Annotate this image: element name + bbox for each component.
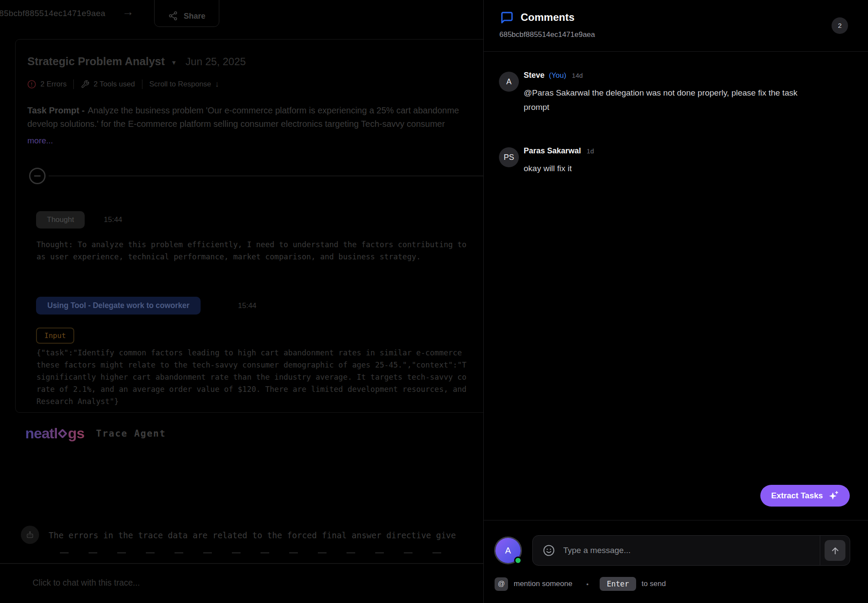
header-divider	[484, 51, 868, 52]
tool-input-json: {"task":"Identify common factors leading…	[36, 347, 466, 408]
brand-logo-diamond	[58, 428, 68, 438]
composer-avatar-initial: A	[505, 546, 511, 556]
comments-trace-id: 685bcbf885514ec1471e9aea	[499, 30, 595, 39]
emoji-button[interactable]	[542, 544, 555, 557]
extract-tasks-label: Extract Tasks	[771, 491, 823, 500]
you-label: (You)	[549, 71, 566, 80]
input-json-line: {"task":"Identify common factors leading…	[36, 347, 466, 359]
composer-avatar: A	[495, 538, 521, 563]
input-separator	[820, 536, 820, 565]
mention-at-badge: @	[495, 577, 508, 591]
share-button[interactable]: Share	[154, 0, 219, 27]
comments-panel: Comments 2 685bcbf885514ec1471e9aea A St…	[483, 0, 868, 603]
task-prompt-line2: develop solutions.' for the E-commerce p…	[27, 117, 459, 131]
brand-row: neatl gs Trace Agent	[25, 425, 166, 442]
errors-indicator: 2 Errors	[27, 80, 66, 89]
brand-logo: neatl gs	[25, 425, 84, 442]
thought-timestamp: 15:44	[104, 215, 122, 224]
comment-message: @Paras Sakarwal the delegation was not d…	[524, 86, 819, 114]
enter-key-badge: Enter	[600, 577, 636, 591]
input-json-line: Research Analyst"}	[36, 395, 466, 408]
thought-badge: Thought	[36, 211, 85, 229]
tool-badge: Using Tool - Delegate work to coworker	[36, 297, 201, 315]
emoji-icon	[542, 544, 555, 557]
scroll-to-response-label: Scroll to Response	[149, 80, 211, 89]
comment-author: Paras Sakarwal	[524, 146, 581, 156]
task-prompt: Task Prompt -Analyze the business proble…	[27, 104, 459, 131]
share-label: Share	[184, 12, 205, 21]
trace-title: Strategic Problem Analyst	[27, 55, 165, 68]
chat-bar-divider	[0, 563, 483, 564]
more-link[interactable]: more...	[27, 136, 53, 146]
composer-hints: @ mention someone • Enter to send	[495, 577, 666, 591]
meta-divider	[73, 80, 74, 89]
trace-summary-text: The errors in the trace data are related…	[49, 526, 456, 542]
error-alert-icon	[27, 80, 36, 89]
message-input-box[interactable]	[532, 535, 850, 566]
comment-item: A Steve (You) 14d @Paras Sakarwal the de…	[499, 70, 851, 114]
topbar-trace-id: 85bcbf885514ec1471e9aea	[0, 9, 106, 18]
comments-icon	[500, 11, 514, 26]
thought-text-line: as user experience, technical performanc…	[36, 251, 466, 263]
thought-text: Thought: To analyze this problem efficie…	[36, 239, 466, 263]
clipped-text-line	[60, 552, 442, 553]
chat-with-trace-input[interactable]: Click to chat with this trace...	[33, 578, 140, 588]
tools-used-label: 2 Tools used	[93, 80, 135, 89]
send-hint: to send	[642, 580, 666, 588]
thought-text-line: Thought: To analyze this problem efficie…	[36, 239, 466, 251]
sparkles-icon	[828, 490, 839, 501]
scroll-to-response[interactable]: Scroll to Response ↓	[149, 80, 219, 89]
scroll-down-icon: ↓	[215, 80, 219, 89]
meta-divider	[142, 80, 142, 89]
avatar: A	[499, 72, 519, 92]
comments-title: Comments	[521, 11, 574, 23]
tools-icon	[81, 80, 89, 89]
comment-item: PS Paras Sakarwal 1d okay will fix it	[499, 145, 851, 176]
comment-time: 14d	[572, 72, 583, 79]
trace-meta-row: 2 Errors 2 Tools used Scroll to Response…	[27, 80, 219, 89]
hint-separator-dot: •	[586, 580, 588, 588]
collapse-button[interactable]	[28, 167, 46, 185]
comment-body: Paras Sakarwal 1d okay will fix it	[499, 145, 851, 176]
app-root: 85bcbf885514ec1471e9aea → Share Strategi…	[0, 0, 868, 603]
minus-circle-icon	[28, 167, 46, 185]
task-prompt-label: Task Prompt -	[27, 106, 85, 115]
send-arrow-icon	[830, 545, 841, 556]
avatar: PS	[499, 147, 519, 167]
brand-subtitle: Trace Agent	[96, 428, 166, 439]
forward-arrow-icon[interactable]: →	[122, 5, 134, 19]
trace-header[interactable]: Strategic Problem Analyst ▼ Jun 25, 2025	[27, 55, 246, 68]
composer-divider	[484, 520, 868, 520]
mention-hint: mention someone	[514, 580, 572, 588]
online-status-dot	[514, 557, 522, 564]
input-json-line: these factors might relate to the tech-s…	[36, 359, 466, 371]
title-caret-icon[interactable]: ▼	[171, 57, 177, 66]
comments-count-badge: 2	[832, 17, 848, 34]
input-json-line: significantly higher cart abandonment ra…	[36, 371, 466, 383]
comment-message: okay will fix it	[524, 161, 819, 176]
tool-timestamp: 15:44	[238, 302, 257, 310]
comment-meta-row: Paras Sakarwal 1d	[524, 145, 851, 156]
input-badge: Input	[36, 328, 74, 344]
tools-indicator: 2 Tools used	[81, 80, 135, 89]
comment-author: Steve	[524, 71, 545, 80]
comment-body: Steve (You) 14d @Paras Sakarwal the dele…	[499, 70, 851, 114]
brand-logo-suffix: gs	[68, 425, 84, 442]
robot-icon	[21, 526, 39, 544]
brand-logo-prefix: neatl	[25, 425, 57, 442]
share-icon	[168, 11, 178, 21]
errors-count-label: 2 Errors	[40, 80, 66, 89]
trace-date: Jun 25, 2025	[185, 56, 246, 68]
send-button[interactable]	[825, 540, 845, 561]
message-input[interactable]	[562, 545, 816, 556]
task-prompt-line1: Analyze the business problem 'Our e-comm…	[88, 106, 459, 115]
comment-meta-row: Steve (You) 14d	[524, 70, 851, 80]
input-json-line: rate of 2.1%, and an average order value…	[36, 383, 466, 395]
trace-summary-row: The errors in the trace data are related…	[21, 526, 456, 544]
extract-tasks-button[interactable]: Extract Tasks	[760, 485, 850, 507]
comment-time: 1d	[587, 147, 594, 155]
